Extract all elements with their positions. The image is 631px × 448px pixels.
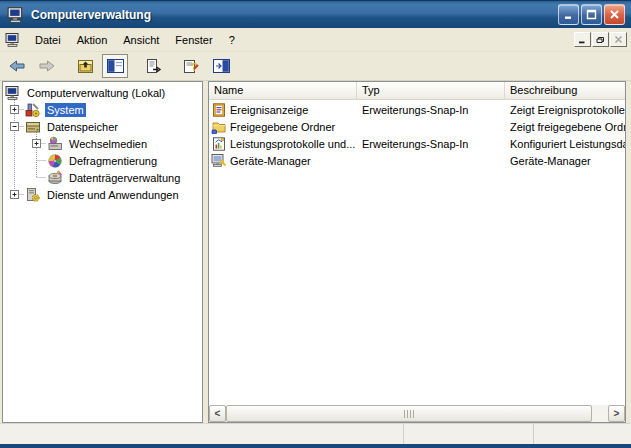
help-doc-icon: ?: [182, 58, 201, 75]
restore-icon: [596, 35, 605, 44]
list-cell-typ: Erweiterungs-Snap-In: [357, 138, 505, 150]
statusbar-panel: [534, 424, 631, 444]
list-column-headers: Name Typ Beschreibung: [209, 82, 625, 100]
computer-icon: [5, 32, 21, 48]
menubar: Datei Aktion Ansicht Fenster ?: [0, 28, 631, 52]
show-hide-action-pane-button[interactable]: [208, 54, 234, 78]
tree-toggle-icon: [106, 58, 125, 74]
list-cell-name: Ereignisanzeige: [230, 104, 308, 116]
list-cell-name: Freigegebene Ordner: [230, 121, 335, 133]
storage-icon: [25, 119, 41, 135]
services-icon: [25, 187, 41, 203]
up-one-level-button[interactable]: [72, 54, 98, 78]
minimize-icon: [578, 35, 587, 44]
chevron-left-icon: <: [215, 409, 221, 419]
mdi-restore-button[interactable]: [592, 32, 609, 47]
list-row-leistungsprotokolle[interactable]: Leistungsprotokolle und... Erweiterungs-…: [209, 135, 625, 152]
list-cell-typ: Erweiterungs-Snap-In: [357, 104, 505, 116]
horizontal-scrollbar: < >: [209, 405, 625, 422]
scrollbar-track[interactable]: [226, 405, 608, 422]
column-header-name[interactable]: Name: [209, 82, 357, 99]
list-rows: Ereignisanzeige Erweiterungs-Snap-In Zei…: [209, 100, 625, 405]
list-row-freigegebene-ordner[interactable]: Freigegebene Ordner Zeigt freigegebene O…: [209, 118, 625, 135]
mdi-close-button[interactable]: [610, 32, 627, 47]
console-tree-pane: Computerverwaltung (Lokal) System: [2, 81, 203, 423]
minimize-button[interactable]: [558, 4, 579, 25]
tree-item-label-selected[interactable]: System: [45, 103, 86, 117]
scroll-right-button[interactable]: >: [608, 405, 625, 422]
show-hide-console-tree-button[interactable]: [102, 54, 128, 78]
scrollbar-thumb[interactable]: [226, 405, 592, 422]
tree-item-computerverwaltung[interactable]: Computerverwaltung (Lokal): [3, 84, 202, 101]
titlebar[interactable]: Computerverwaltung: [0, 0, 631, 28]
computer-icon: [5, 85, 21, 101]
menu-datei[interactable]: Datei: [27, 31, 69, 49]
list-cell-beschreibung: Zeigt freigegebene Ordn: [505, 121, 625, 133]
column-header-beschreibung[interactable]: Beschreibung: [505, 82, 625, 99]
scrollbar-grip-icon: [404, 410, 415, 418]
tree-item-label[interactable]: Datenspeicher: [45, 120, 120, 134]
disk-management-icon: [47, 170, 63, 186]
statusbar-panel: [0, 424, 404, 444]
toolbar: ?: [0, 52, 631, 81]
tree-item-datentraegerverwaltung[interactable]: Datenträgerverwaltung: [3, 169, 202, 186]
window-title: Computerverwaltung: [31, 8, 558, 22]
close-button[interactable]: [604, 4, 625, 25]
close-icon: [614, 35, 623, 44]
tree-item-datenspeicher[interactable]: Datenspeicher: [3, 118, 202, 135]
tree-item-wechselmedien[interactable]: Wechselmedien: [3, 135, 202, 152]
tree: Computerverwaltung (Lokal) System: [3, 82, 202, 203]
main-area: Computerverwaltung (Lokal) System: [0, 81, 631, 423]
maximize-icon: [586, 9, 597, 20]
device-manager-icon: [211, 153, 227, 169]
defragment-icon: [47, 153, 63, 169]
help-button[interactable]: ?: [178, 54, 204, 78]
list-cell-beschreibung: Zeigt Ereignisprotokolle a: [505, 104, 625, 116]
chevron-right-icon: >: [614, 409, 620, 419]
export-list-button[interactable]: [140, 54, 166, 78]
tree-item-dienste-und-anwendungen[interactable]: Dienste und Anwendungen: [3, 186, 202, 203]
computer-icon: [7, 6, 25, 24]
pane-toggle-icon: [212, 58, 231, 74]
results-list-pane: Name Typ Beschreibung Ereignisanzei: [208, 81, 626, 423]
list-cell-name: Geräte-Manager: [230, 155, 311, 167]
menu-hilfe[interactable]: ?: [221, 31, 243, 49]
removable-media-icon: [47, 136, 63, 152]
maximize-button[interactable]: [581, 4, 602, 25]
tree-item-system[interactable]: System: [3, 101, 202, 118]
back-arrow-icon: [8, 58, 26, 74]
event-viewer-icon: [211, 102, 227, 118]
list-cell-beschreibung: Konfiguriert Leistungsdat: [505, 138, 625, 150]
forward-arrow-icon: [38, 58, 56, 74]
computer-management-window: Computerverwaltung Datei Aktion Ansicht …: [0, 0, 631, 448]
forward-button[interactable]: [34, 54, 60, 78]
scroll-left-button[interactable]: <: [209, 405, 226, 422]
menu-fenster[interactable]: Fenster: [167, 31, 220, 49]
system-tools-icon: [25, 102, 41, 118]
shared-folders-icon: [211, 119, 227, 135]
export-list-icon: [144, 58, 163, 75]
close-icon: [609, 9, 620, 20]
statusbar-panel: [404, 424, 534, 444]
list-row-ereignisanzeige[interactable]: Ereignisanzeige Erweiterungs-Snap-In Zei…: [209, 101, 625, 118]
tree-item-label[interactable]: Computerverwaltung (Lokal): [25, 86, 167, 100]
tree-item-label[interactable]: Wechselmedien: [67, 137, 149, 151]
up-folder-icon: [76, 58, 95, 75]
list-cell-beschreibung: Geräte-Manager: [505, 155, 625, 167]
performance-logs-icon: [211, 136, 227, 152]
tree-item-label[interactable]: Defragmentierung: [67, 154, 159, 168]
tree-item-label[interactable]: Dienste und Anwendungen: [45, 188, 181, 202]
tree-item-label[interactable]: Datenträgerverwaltung: [67, 171, 182, 185]
list-cell-name: Leistungsprotokolle und...: [230, 138, 355, 150]
list-row-geraete-manager[interactable]: Geräte-Manager Geräte-Manager: [209, 152, 625, 169]
tree-item-defragmentierung[interactable]: Defragmentierung: [3, 152, 202, 169]
mdi-minimize-button[interactable]: [574, 32, 591, 47]
column-header-typ[interactable]: Typ: [357, 82, 505, 99]
statusbar: [0, 423, 631, 444]
minimize-icon: [563, 9, 574, 20]
menu-aktion[interactable]: Aktion: [69, 31, 116, 49]
menu-ansicht[interactable]: Ansicht: [115, 31, 167, 49]
back-button[interactable]: [4, 54, 30, 78]
